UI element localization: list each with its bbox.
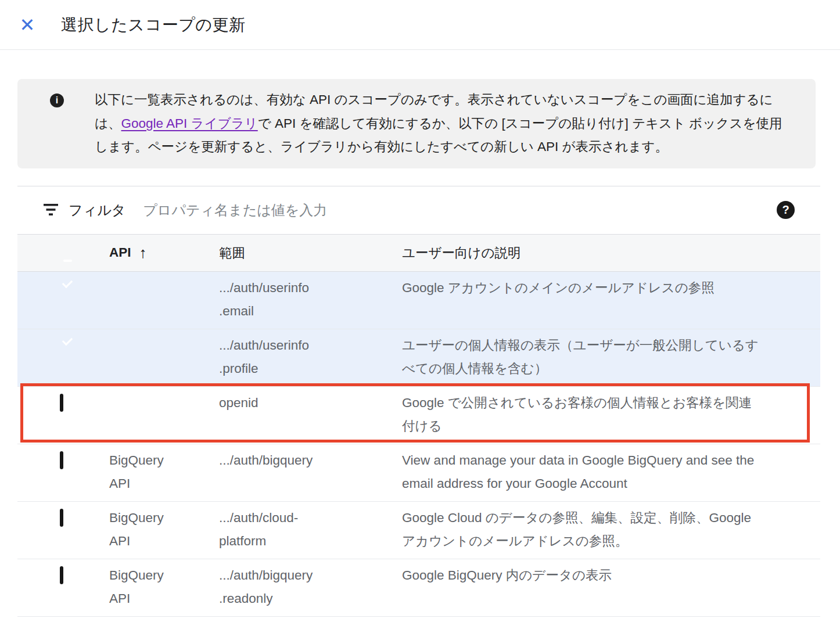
dialog-header: ✕ 選択したスコープの更新 <box>0 0 840 50</box>
info-banner-text: 以下に一覧表示されるのは、有効な API のスコープのみです。表示されていないス… <box>95 88 816 159</box>
row-checkbox[interactable] <box>60 394 63 412</box>
scope-cell: .../auth/bigquery <box>219 449 402 473</box>
table-row: BigQuery API .../auth/bigquery .readonly… <box>17 559 820 617</box>
description-cell: Google で公開されているお客様の個人情報とお客様を関連 付ける <box>402 391 820 438</box>
scope-cell: .../auth/userinfo .profile <box>219 334 402 381</box>
scope-cell: .../auth/bigquery .readonly <box>219 564 402 611</box>
description-cell: Google Cloud のデータの参照、編集、設定、削除、Google アカウ… <box>402 506 820 553</box>
filter-input[interactable] <box>142 193 777 228</box>
filter-icon <box>44 204 58 216</box>
api-cell: BigQuery API <box>109 449 219 496</box>
table-row: BigQuery API .../auth/cloud- platform Go… <box>17 502 820 559</box>
filter-bar: フィルタ ? <box>17 186 820 234</box>
api-library-link[interactable]: Google API ライブラリ <box>121 116 258 131</box>
description-cell: Google BigQuery 内のデータの表示 <box>402 564 820 588</box>
row-checkbox[interactable] <box>60 509 63 527</box>
table-row: BigQuery API .../auth/bigquery View and … <box>17 444 820 502</box>
info-banner: i 以下に一覧表示されるのは、有効な API のスコープのみです。表示されていな… <box>17 79 816 168</box>
column-header-scope: 範囲 <box>219 244 402 262</box>
help-icon[interactable]: ? <box>777 201 795 219</box>
table-row-highlighted: openid Google で公開されているお客様の個人情報とお客様を関連 付け… <box>17 387 820 444</box>
row-checkbox[interactable] <box>60 566 63 584</box>
scope-cell: .../auth/userinfo .email <box>219 276 402 323</box>
table-row: .../auth/userinfo .email Google アカウントのメイ… <box>17 272 820 329</box>
page-title: 選択したスコープの更新 <box>61 14 245 36</box>
close-icon[interactable]: ✕ <box>14 16 41 34</box>
table-header-row: API↑ 範囲 ユーザー向けの説明 <box>17 234 820 272</box>
api-cell: BigQuery API <box>109 506 219 553</box>
scopes-table: API↑ 範囲 ユーザー向けの説明 .../auth/userinfo .ema… <box>17 234 820 617</box>
filter-label: フィルタ <box>69 201 125 220</box>
column-header-api-label: API <box>109 245 131 260</box>
description-cell: View and manage your data in Google BigQ… <box>402 449 820 496</box>
description-cell: ユーザーの個人情報の表示（ユーザーが一般公開しているす べての個人情報を含む） <box>402 334 820 381</box>
info-icon: i <box>50 93 64 107</box>
scope-cell: openid <box>219 391 402 415</box>
column-header-api[interactable]: API↑ <box>109 244 219 262</box>
api-cell: BigQuery API <box>109 564 219 611</box>
column-header-description: ユーザー向けの説明 <box>402 244 820 262</box>
description-cell: Google アカウントのメインのメールアドレスの参照 <box>402 276 820 300</box>
table-row: .../auth/userinfo .profile ユーザーの個人情報の表示（… <box>17 329 820 387</box>
scope-cell: .../auth/cloud- platform <box>219 506 402 553</box>
row-checkbox[interactable] <box>60 451 63 469</box>
sort-ascending-icon: ↑ <box>139 244 147 262</box>
